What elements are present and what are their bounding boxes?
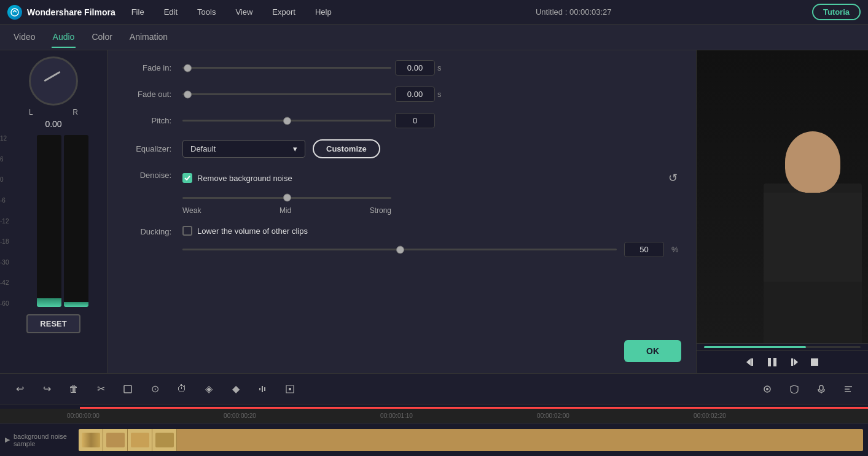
step-back-button[interactable] — [745, 357, 756, 368]
undo-button[interactable]: ↩ — [10, 379, 29, 399]
tutorial-button[interactable]: Tutoria — [812, 4, 861, 20]
fade-in-row: Fade in: 0.00 s — [122, 60, 681, 75]
bottom-toolbar: ↩ ↪ 🗑 ✂ ⊙ ⏱ ◈ ◆ — [0, 373, 868, 404]
right-panel — [696, 50, 868, 373]
dropdown-arrow-icon: ▾ — [293, 144, 297, 153]
left-panel: L R 0.00 1260-6-12-18-30-42-60 RESET — [0, 50, 108, 373]
lr-labels: L R — [29, 108, 78, 117]
center-panel: Fade in: 0.00 s Fade out: — [108, 50, 696, 373]
tab-audio[interactable]: Audio — [52, 27, 76, 48]
scene-detect-button[interactable] — [280, 379, 300, 399]
svg-marker-5 — [794, 358, 798, 366]
menu-view[interactable]: View — [232, 5, 256, 19]
time-mark-1: 00:00:00:20 — [162, 412, 318, 419]
equalizer-label: Equalizer: — [122, 144, 171, 153]
svg-rect-2 — [751, 358, 753, 366]
video-progress-fill — [704, 346, 806, 348]
video-preview — [697, 50, 868, 343]
fade-in-label: Fade in: — [122, 63, 171, 72]
ducking-value[interactable]: 50 — [624, 242, 664, 257]
fade-out-row: Fade out: 0.00 s — [122, 87, 681, 102]
fade-in-value[interactable]: 0.00 — [395, 60, 435, 75]
vu-scale: 1260-6-12-18-30-42-60 — [0, 135, 9, 307]
audio-mix-button[interactable] — [253, 379, 273, 399]
tab-animation[interactable]: Animation — [128, 27, 169, 48]
fade-in-thumb[interactable] — [184, 64, 192, 72]
fade-out-thumb[interactable] — [184, 90, 192, 98]
shield-button[interactable] — [784, 379, 804, 399]
denoise-checkbox[interactable] — [182, 173, 192, 183]
play-pause-button[interactable] — [766, 356, 778, 368]
ducking-checkbox[interactable] — [182, 226, 192, 236]
vu-bar-left — [37, 135, 61, 307]
right-toolbar-tools — [757, 379, 858, 399]
menu-help[interactable]: Help — [311, 5, 335, 19]
fade-out-label: Fade out: — [122, 90, 171, 99]
menu-edit[interactable]: Edit — [160, 5, 181, 19]
fade-in-slider[interactable] — [182, 63, 391, 73]
track-name: background noise sample — [14, 433, 79, 447]
pitch-label: Pitch: — [122, 116, 171, 125]
redo-button[interactable]: ↪ — [37, 379, 57, 399]
cut-button[interactable]: ✂ — [91, 379, 111, 399]
svg-rect-7 — [811, 358, 818, 366]
playback-controls — [697, 350, 868, 373]
tab-video[interactable]: Video — [12, 27, 37, 48]
track-thumb-3 — [128, 429, 152, 451]
snap-button[interactable] — [757, 379, 777, 399]
l-label: L — [29, 108, 33, 117]
ducking-thumb[interactable] — [396, 245, 404, 253]
ducking-row: Ducking: Lower the volume of other clips… — [122, 226, 681, 257]
play-forward-button[interactable] — [788, 357, 799, 368]
noise-level-slider[interactable] — [182, 193, 391, 203]
menu-tools[interactable]: Tools — [194, 5, 219, 19]
pitch-slider[interactable] — [182, 116, 391, 126]
pitch-value[interactable]: 0 — [395, 113, 435, 128]
speed-button[interactable]: ⏱ — [172, 379, 192, 399]
timeline-area: 00:00:00:00 00:00:00:20 00:00:01:10 00:0… — [0, 404, 868, 456]
denoise-mid-label: Mid — [280, 206, 291, 215]
pitch-thumb[interactable] — [283, 117, 291, 125]
tab-bar: Video Audio Color Animation — [0, 25, 868, 50]
video-progress-bar[interactable] — [704, 346, 861, 348]
ducking-label: Ducking: — [122, 227, 171, 236]
stop-button[interactable] — [809, 357, 820, 368]
reset-button[interactable]: RESET — [26, 314, 80, 333]
keyframe-button[interactable]: ◆ — [226, 379, 246, 399]
main-area: L R 0.00 1260-6-12-18-30-42-60 RESET — [0, 50, 868, 373]
track-thumb-1 — [79, 429, 103, 451]
track-thumb-4 — [152, 429, 177, 451]
menu-file[interactable]: File — [128, 5, 148, 19]
denoise-weak-label: Weak — [182, 206, 201, 215]
playlist-button[interactable] — [839, 379, 858, 399]
denoise-controls: Remove background noise ↺ Weak Mid Stron… — [182, 169, 681, 215]
app-logo: Wondershare Filmora — [7, 5, 115, 20]
mic-button[interactable] — [811, 379, 831, 399]
denoise-reset-icon[interactable]: ↺ — [664, 169, 681, 187]
denoise-row: Denoise: Remove background noise ↺ — [122, 169, 681, 215]
track-play-icon[interactable]: ▶ — [5, 436, 10, 444]
equalizer-select[interactable]: Default ▾ — [182, 140, 305, 158]
fade-out-slider[interactable] — [182, 90, 391, 99]
ok-button[interactable]: OK — [624, 340, 681, 362]
svg-rect-3 — [768, 358, 771, 366]
track-content[interactable] — [79, 429, 863, 451]
customize-button[interactable]: Customize — [313, 139, 380, 158]
fade-out-value[interactable]: 0.00 — [395, 87, 435, 102]
svg-rect-4 — [773, 358, 776, 366]
ducking-slider[interactable] — [182, 245, 617, 255]
vu-value: 0.00 — [45, 119, 61, 129]
crop-button[interactable] — [118, 379, 138, 399]
track-thumb-2 — [103, 429, 128, 451]
equalizer-row: Equalizer: Default ▾ Customize — [122, 139, 681, 158]
pitch-row: Pitch: 0 — [122, 113, 681, 128]
transform-button[interactable]: ◈ — [199, 379, 219, 399]
time-mark-2: 00:00:01:10 — [318, 412, 475, 419]
time-mark-0: 00:00:00:00 — [5, 412, 162, 419]
noise-level-thumb[interactable] — [283, 194, 291, 202]
menu-export[interactable]: Export — [268, 5, 299, 19]
tab-color[interactable]: Color — [90, 27, 113, 48]
delete-button[interactable]: 🗑 — [64, 379, 84, 399]
zoom-button[interactable]: ⊙ — [145, 379, 165, 399]
ducking-controls: Lower the volume of other clips 50 % — [182, 226, 681, 257]
